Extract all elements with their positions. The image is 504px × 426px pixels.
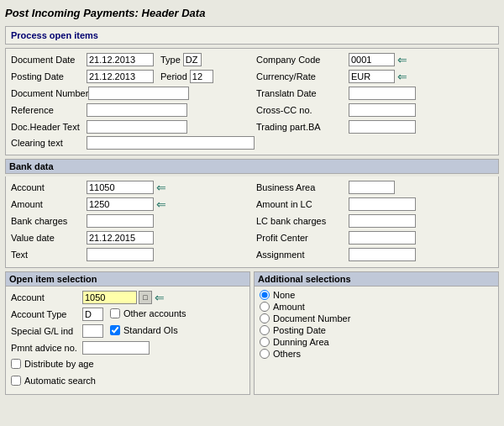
doc-number-row: Document Number bbox=[11, 86, 248, 101]
amount-lc-input[interactable] bbox=[349, 197, 416, 211]
lc-bank-charges-row: LC bank charges bbox=[256, 213, 493, 229]
translation-date-input[interactable] bbox=[349, 87, 416, 100]
business-area-label: Business Area bbox=[256, 182, 349, 192]
company-code-row: Company Code ⇐ bbox=[256, 52, 493, 67]
assignment-input[interactable] bbox=[349, 248, 416, 261]
reference-row: Reference bbox=[11, 103, 248, 118]
radio-none[interactable] bbox=[260, 290, 270, 300]
pmnt-advice-input[interactable] bbox=[82, 341, 150, 355]
profit-center-input[interactable] bbox=[349, 231, 416, 245]
radio-posting-date-row: Posting Date bbox=[260, 325, 493, 335]
oi-account-label: Account bbox=[11, 292, 82, 302]
clearing-text-row: Clearing text bbox=[11, 136, 493, 150]
other-accounts-label: Other accounts bbox=[110, 308, 186, 318]
reference-input[interactable] bbox=[87, 103, 187, 117]
bank-text-label: Text bbox=[11, 250, 87, 260]
value-date-label: Value date bbox=[11, 233, 87, 243]
special-gl-input[interactable] bbox=[82, 324, 103, 338]
radio-dunning-area-label: Dunning Area bbox=[273, 337, 329, 347]
oi-account-browse-button[interactable]: □ bbox=[139, 291, 152, 304]
company-code-arrow: ⇐ bbox=[397, 53, 407, 66]
doc-number-input[interactable] bbox=[88, 87, 189, 100]
automatic-search-row: Automatic search bbox=[11, 374, 244, 389]
radio-amount-row: Amount bbox=[260, 302, 493, 312]
profit-center-row: Profit Center bbox=[256, 230, 493, 245]
pmnt-advice-label: Pmnt advice no. bbox=[11, 343, 82, 353]
distribute-age-checkbox[interactable] bbox=[11, 359, 21, 369]
bank-data-section: Bank data Account ⇐ Amount ⇐ bbox=[5, 159, 499, 268]
profit-center-label: Profit Center bbox=[256, 233, 349, 243]
clearing-text-input[interactable] bbox=[87, 136, 255, 150]
currency-rate-row: Currency/Rate ⇐ bbox=[256, 69, 493, 84]
process-open-items-section: Process open items bbox=[5, 26, 499, 45]
assignment-row: Assignment bbox=[256, 247, 493, 262]
bank-data-body: Account ⇐ Amount ⇐ Bank charges bbox=[5, 176, 499, 268]
radio-amount[interactable] bbox=[260, 302, 270, 312]
posting-date-row: Posting Date Period bbox=[11, 69, 248, 84]
value-date-input[interactable] bbox=[87, 231, 154, 245]
other-accounts-text: Other accounts bbox=[123, 308, 186, 318]
bottom-row: Open item selection Account □ ⇐ Account … bbox=[5, 271, 499, 395]
doc-header-text-input[interactable] bbox=[87, 120, 187, 134]
doc-number-label: Document Number bbox=[11, 88, 88, 98]
pmnt-advice-row: Pmnt advice no. bbox=[11, 340, 244, 355]
type-input[interactable] bbox=[183, 53, 202, 66]
currency-rate-input[interactable] bbox=[349, 70, 395, 83]
radio-none-label: None bbox=[273, 290, 295, 300]
automatic-search-checkbox[interactable] bbox=[11, 376, 21, 386]
additional-selections-header: Additional selections bbox=[255, 272, 498, 287]
cross-cc-input[interactable] bbox=[349, 103, 416, 117]
trading-part-row: Trading part.BA bbox=[256, 119, 493, 134]
additional-selections-section: Additional selections None Amount Docume… bbox=[254, 271, 499, 395]
currency-rate-arrow: ⇐ bbox=[397, 70, 407, 83]
posting-date-input[interactable] bbox=[87, 70, 154, 83]
amount-label: Amount bbox=[11, 199, 87, 209]
standard-ois-checkbox[interactable] bbox=[110, 325, 120, 335]
assignment-label: Assignment bbox=[256, 250, 349, 260]
lc-bank-charges-input[interactable] bbox=[349, 214, 416, 228]
oi-account-type-input[interactable] bbox=[82, 308, 103, 321]
bank-charges-label: Bank charges bbox=[11, 216, 87, 226]
oi-account-input[interactable] bbox=[82, 291, 137, 304]
currency-rate-label: Currency/Rate bbox=[256, 71, 349, 82]
trading-part-input[interactable] bbox=[349, 120, 416, 134]
period-label: Period bbox=[160, 71, 187, 82]
bank-account-arrow: ⇐ bbox=[156, 181, 166, 194]
doc-header-text-label: Doc.Header Text bbox=[11, 122, 87, 132]
business-area-input[interactable] bbox=[349, 181, 395, 194]
process-open-items-label: Process open items bbox=[11, 30, 98, 40]
radio-dunning-area[interactable] bbox=[260, 337, 270, 347]
radio-doc-number-row: Document Number bbox=[260, 313, 493, 323]
bank-account-input[interactable] bbox=[87, 181, 154, 194]
bank-account-row: Account ⇐ bbox=[11, 180, 248, 195]
standard-ois-label: Standard OIs bbox=[110, 325, 178, 335]
company-code-input[interactable] bbox=[349, 53, 395, 66]
doc-date-row: Document Date Type bbox=[11, 52, 248, 67]
company-code-label: Company Code bbox=[256, 55, 349, 65]
amount-row: Amount ⇐ bbox=[11, 197, 248, 212]
doc-date-input[interactable] bbox=[87, 53, 154, 66]
radio-document-number[interactable] bbox=[260, 313, 270, 323]
automatic-search-label: Automatic search bbox=[11, 376, 96, 386]
other-accounts-checkbox[interactable] bbox=[110, 308, 120, 318]
posting-date-label: Posting Date bbox=[11, 71, 87, 82]
open-item-selection-body: Account □ ⇐ Account Type Other accounts bbox=[6, 287, 249, 394]
radio-document-number-label: Document Number bbox=[273, 313, 350, 323]
standard-ois-text: Standard OIs bbox=[123, 325, 178, 335]
radio-posting-date[interactable] bbox=[260, 325, 270, 335]
doc-date-label: Document Date bbox=[11, 55, 87, 65]
distribute-row: Distribute by age bbox=[11, 357, 244, 372]
amount-input[interactable] bbox=[87, 197, 154, 211]
lc-bank-charges-label: LC bank charges bbox=[256, 216, 349, 226]
type-label: Type bbox=[160, 55, 181, 65]
amount-lc-label: Amount in LC bbox=[256, 199, 349, 209]
bank-text-input[interactable] bbox=[87, 248, 154, 261]
oi-account-type-label: Account Type bbox=[11, 309, 82, 319]
radio-others-row: Others bbox=[260, 349, 493, 359]
period-input[interactable] bbox=[190, 70, 213, 83]
bank-charges-input[interactable] bbox=[87, 214, 154, 228]
business-area-row: Business Area bbox=[256, 180, 493, 195]
distribute-age-text: Distribute by age bbox=[24, 359, 94, 369]
radio-others[interactable] bbox=[260, 349, 270, 359]
radio-dunning-area-row: Dunning Area bbox=[260, 337, 493, 347]
